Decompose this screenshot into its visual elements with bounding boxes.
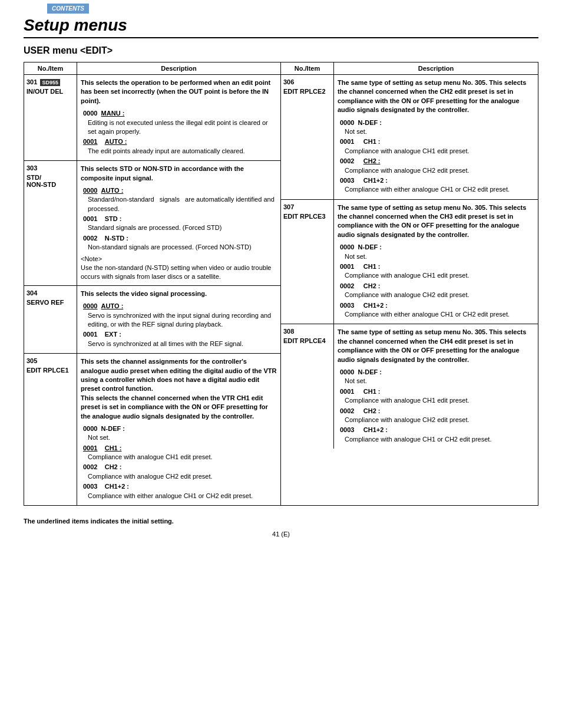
menu-no-308: 308 EDIT RPLCE4 (281, 324, 334, 449)
table-row: 307 EDIT RPLCE3 The same type of setting… (281, 200, 538, 325)
menu-no-301: 301 SD955 IN/OUT DEL (24, 75, 77, 160)
option-line: 0002 CH2 : Compliance with analogue CH2 … (83, 463, 277, 481)
right-table-header: No./Item Description (281, 62, 538, 75)
option-line: 0002 N-STD : Non-standard signals are pr… (83, 234, 277, 252)
option-line: 0001 EXT : Servo is synchronized at all … (83, 330, 277, 348)
table-row: 303 STD/NON-STD This selects STD or NON-… (24, 161, 280, 286)
options-308: 0000 N-DEF : Not set. 0001 CH1 : Complia… (340, 368, 534, 444)
left-column: No./Item Description 301 SD955 IN/OUT DE… (24, 62, 281, 505)
menu-desc-306: The same type of setting as setup menu N… (334, 75, 538, 199)
menu-no-304: 304 SERVO REF (24, 286, 77, 353)
option-line: 0001 AUTO : The edit points already inpu… (83, 137, 277, 156)
right-column: No./Item Description 306 EDIT RPLCE2 The… (281, 62, 538, 505)
option-line: 0000 N-DEF : Not set. (340, 118, 534, 137)
option-line: 0000 AUTO : Servo is synchronized with t… (83, 302, 277, 329)
menu-no-305: 305 EDIT RPLCE1 (24, 354, 77, 505)
option-line: 0001 CH1 : Compliance with analogue CH1 … (83, 444, 277, 462)
options-305: 0000 N-DEF : Not set. 0001 CH1 : Complia… (83, 424, 277, 500)
footer-note: The underlined items indicates the initi… (24, 518, 538, 525)
options-304: 0000 AUTO : Servo is synchronized with t… (83, 302, 277, 348)
left-table-header: No./Item Description (24, 62, 280, 75)
option-line: 0000 AUTO : Standard/non-standard signal… (83, 186, 277, 213)
table-row: 308 EDIT RPLCE4 The same type of setting… (281, 324, 538, 449)
option-line: 0003 CH1+2 : Compliance with either anal… (83, 482, 277, 500)
option-line: 0002 CH2 : Compliance with analogue CH2 … (340, 157, 534, 175)
table-row: 304 SERVO REF This selects the video sig… (24, 286, 280, 354)
options-301: 0000 MANU : Editing is not executed unle… (83, 109, 277, 156)
menu-no-306: 306 EDIT RPLCE2 (281, 75, 334, 199)
option-line: 0001 STD : Standard signals are processe… (83, 215, 277, 233)
menu-desc-304: This selects the video signal processing… (77, 286, 280, 353)
contents-tab[interactable]: CONTENTS (47, 4, 89, 14)
option-line: 0000 N-DEF : Not set. (83, 424, 277, 443)
option-line: 0002 CH2 : Compliance with analogue CH2 … (340, 407, 534, 425)
options-307: 0000 N-DEF : Not set. 0001 CH1 : Complia… (340, 243, 534, 319)
table-row: 306 EDIT RPLCE2 The same type of setting… (281, 75, 538, 200)
option-line: 0001 CH1 : Compliance with analogue CH1 … (340, 262, 534, 281)
options-303: 0000 AUTO : Standard/non-standard signal… (83, 186, 277, 252)
option-line: 0001 CH1 : Compliance with analogue CH1 … (340, 387, 534, 406)
option-line: 0003 CH1+2 : Compliance with either anal… (340, 176, 534, 195)
left-header-desc: Description (77, 62, 280, 74)
table-row: 301 SD955 IN/OUT DEL This selects the op… (24, 75, 280, 161)
right-header-no: No./Item (281, 62, 334, 74)
menu-desc-307: The same type of setting as setup menu N… (334, 200, 538, 324)
option-line: 0002 CH2 : Compliance with analogue CH2 … (340, 282, 534, 300)
option-line: 0000 MANU : Editing is not executed unle… (83, 109, 277, 136)
option-line: 0000 N-DEF : Not set. (340, 243, 534, 261)
menu-desc-301: This selects the operation to be perform… (77, 75, 280, 160)
option-line: 0001 CH1 : Compliance with analogue CH1 … (340, 137, 534, 156)
menu-no-303: 303 STD/NON-STD (24, 161, 77, 285)
menu-desc-308: The same type of setting as setup menu N… (334, 324, 538, 449)
main-content: No./Item Description 301 SD955 IN/OUT DE… (24, 62, 538, 506)
menu-desc-303: This selects STD or NON-STD in accordanc… (77, 161, 280, 285)
right-header-desc: Description (334, 62, 538, 74)
left-header-no: No./Item (24, 62, 77, 74)
page-number: 41 (E) (0, 531, 562, 538)
main-table: No./Item Description 301 SD955 IN/OUT DE… (24, 62, 538, 506)
page-title: Setup menus (24, 16, 538, 38)
option-line: 0003 CH1+2 : Compliance with either anal… (340, 301, 534, 319)
table-row: 305 EDIT RPLCE1 This sets the channel as… (24, 354, 280, 505)
menu-no-307: 307 EDIT RPLCE3 (281, 200, 334, 324)
option-line: 0000 N-DEF : Not set. (340, 368, 534, 386)
menu-desc-305: This sets the channel assignments for th… (77, 354, 280, 505)
note-303: <Note> Use the non-standard (N-STD) sett… (81, 255, 277, 282)
section-header: USER menu <EDIT> (24, 45, 538, 56)
option-line: 0003 CH1+2 : Compliance with analogue CH… (340, 426, 534, 444)
options-306: 0000 N-DEF : Not set. 0001 CH1 : Complia… (340, 118, 534, 195)
